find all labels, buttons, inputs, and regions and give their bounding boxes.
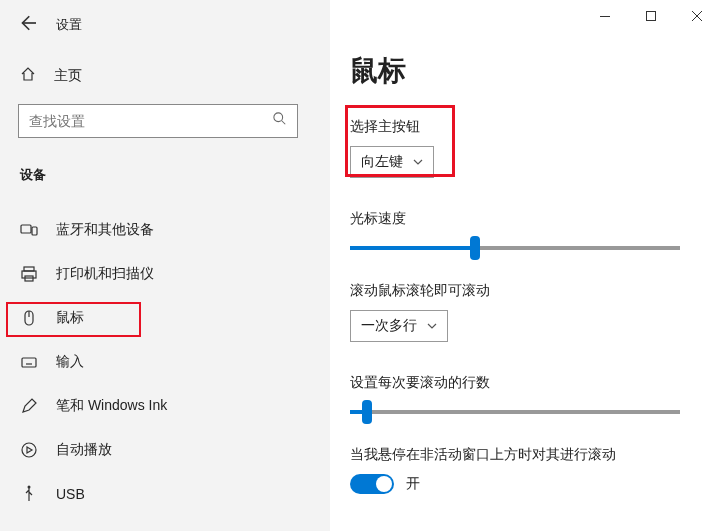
svg-rect-6 [22,271,36,278]
svg-rect-1 [647,12,656,21]
sidebar-item-usb[interactable]: USB [18,472,312,516]
window-controls [582,0,720,32]
sidebar-item-label: USB [56,486,85,502]
home-icon [20,66,36,86]
svg-point-16 [28,486,31,489]
usb-icon [20,485,38,503]
primary-button-label: 选择主按钮 [350,118,700,136]
mouse-icon [20,309,38,327]
keyboard-icon [20,353,38,371]
sidebar-item-pen[interactable]: 笔和 Windows Ink [18,384,312,428]
search-input[interactable] [18,104,298,138]
sidebar-item-label: 蓝牙和其他设备 [56,221,154,239]
pen-icon [20,397,38,415]
section-label: 设备 [18,166,312,184]
chevron-down-icon [427,318,437,334]
sidebar-item-printers[interactable]: 打印机和扫描仪 [18,252,312,296]
primary-button-dropdown[interactable]: 向左键 [350,146,434,178]
sidebar-item-typing[interactable]: 输入 [18,340,312,384]
search-icon [273,112,287,130]
cursor-speed-slider[interactable] [350,246,680,250]
main-content: 鼠标 选择主按钮 向左键 光标速度 滚动鼠标滚轮即可滚动 一次多行 设置每次要滚… [330,0,720,531]
sidebar-item-label: 鼠标 [56,309,84,327]
sidebar-item-label: 自动播放 [56,441,112,459]
devices-icon [20,221,38,239]
sidebar-item-bluetooth[interactable]: 蓝牙和其他设备 [18,208,312,252]
close-button[interactable] [674,0,720,32]
svg-point-2 [274,113,283,122]
dropdown-selected: 向左键 [361,153,403,171]
maximize-button[interactable] [628,0,674,32]
app-title: 设置 [56,16,82,34]
toggle-state-label: 开 [406,475,420,493]
chevron-down-icon [413,154,423,170]
scroll-lines-label: 设置每次要滚动的行数 [350,374,700,392]
hover-scroll-label: 当我悬停在非活动窗口上方时对其进行滚动 [350,446,700,464]
svg-rect-3 [21,225,31,233]
svg-rect-5 [24,267,34,271]
sidebar-item-label: 笔和 Windows Ink [56,397,167,415]
search-field[interactable] [29,113,273,129]
home-label: 主页 [54,67,82,85]
svg-rect-4 [32,227,37,235]
sidebar-item-label: 打印机和扫描仪 [56,265,154,283]
svg-point-15 [22,443,36,457]
cursor-speed-label: 光标速度 [350,210,700,228]
dropdown-selected: 一次多行 [361,317,417,335]
svg-rect-0 [600,16,610,17]
sidebar-home[interactable]: 主页 [18,66,312,86]
sidebar-item-label: 输入 [56,353,84,371]
autoplay-icon [20,441,38,459]
page-title: 鼠标 [350,52,700,90]
minimize-button[interactable] [582,0,628,32]
sidebar-item-mouse[interactable]: 鼠标 [18,296,312,340]
back-button[interactable] [18,14,36,36]
scroll-mode-dropdown[interactable]: 一次多行 [350,310,448,342]
scroll-lines-slider[interactable] [350,410,680,414]
hover-scroll-toggle[interactable] [350,474,394,494]
sidebar-item-autoplay[interactable]: 自动播放 [18,428,312,472]
svg-rect-10 [22,358,36,367]
sidebar: 设置 主页 设备 蓝牙和其他设备 打印机和扫描仪 鼠标 [0,0,330,531]
printer-icon [20,265,38,283]
scroll-mode-label: 滚动鼠标滚轮即可滚动 [350,282,700,300]
